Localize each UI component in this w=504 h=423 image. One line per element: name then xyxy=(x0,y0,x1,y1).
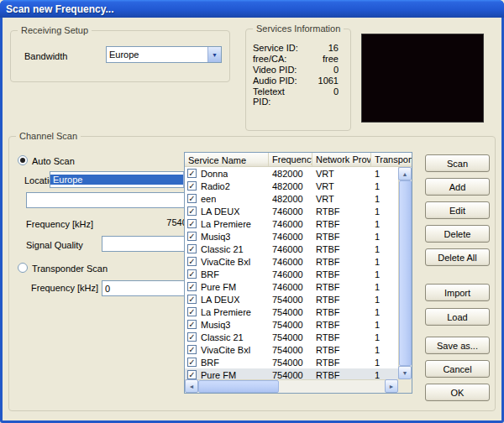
service-checkbox[interactable]: ✓ xyxy=(187,345,197,354)
service-checkbox[interactable]: ✓ xyxy=(187,194,197,203)
scan-button[interactable]: Scan xyxy=(425,154,490,172)
add-button[interactable]: Add xyxy=(425,178,490,196)
save-as-button[interactable]: Save as... xyxy=(425,337,490,354)
service-table: Service Name Frequency Network Provider … xyxy=(184,152,412,394)
service-checkbox[interactable]: ✓ xyxy=(187,181,197,191)
bandwidth-dropdown[interactable]: Europe ▼ xyxy=(106,46,222,63)
location-input[interactable] xyxy=(26,192,197,208)
auto-scan-label: Auto Scan xyxy=(32,156,75,166)
cell-frequency: 746000 xyxy=(269,269,312,279)
table-row[interactable]: ✓Classic 21746000RTBF1 xyxy=(185,243,398,255)
cell-network-provider: RTBF xyxy=(312,332,371,342)
table-row[interactable]: ✓LA DEUX746000RTBF1 xyxy=(185,205,398,217)
import-button[interactable]: Import xyxy=(425,284,490,301)
cell-service-name: ✓een xyxy=(185,194,269,204)
table-row[interactable]: ✓Pure FM746000RTBF1 xyxy=(185,280,398,293)
cell-service-name: ✓VivaCite Bxl xyxy=(185,257,269,267)
transponder-frequency-input[interactable] xyxy=(102,280,197,296)
cell-network-provider: RTBF xyxy=(312,244,371,254)
table-row[interactable]: ✓Donna482000VRT1 xyxy=(185,167,398,180)
horizontal-scroll-thumb[interactable] xyxy=(198,380,279,393)
service-checkbox[interactable]: ✓ xyxy=(187,320,197,329)
service-checkbox[interactable]: ✓ xyxy=(187,370,197,379)
cell-frequency: 754000 xyxy=(269,295,312,305)
cell-frequency: 482000 xyxy=(269,181,312,191)
cell-transponder: 1 xyxy=(371,206,398,217)
cell-transponder: 1 xyxy=(371,332,398,342)
service-checkbox[interactable]: ✓ xyxy=(187,232,197,241)
table-row[interactable]: ✓Musiq3754000RTBF1 xyxy=(185,318,398,331)
scroll-right-icon[interactable]: ► xyxy=(385,379,398,393)
delete-button[interactable]: Delete xyxy=(425,225,490,243)
transponder-scan-radio[interactable] xyxy=(18,263,28,273)
chevron-down-icon[interactable]: ▼ xyxy=(207,47,221,62)
vertical-scrollbar[interactable]: ▲ ▼ xyxy=(398,167,412,379)
cell-frequency: 746000 xyxy=(269,244,312,254)
col-service-name[interactable]: Service Name xyxy=(185,153,269,166)
table-row[interactable]: ✓LA DEUX754000RTBF1 xyxy=(185,293,398,306)
cell-network-provider: RTBF xyxy=(312,232,371,242)
service-checkbox[interactable]: ✓ xyxy=(187,295,197,304)
transponder-frequency-label: Frequency [kHz] xyxy=(31,283,98,293)
table-row[interactable]: ✓VivaCite Bxl746000RTBF1 xyxy=(185,255,398,268)
table-row[interactable]: ✓Classic 21754000RTBF1 xyxy=(185,331,398,343)
free-ca-row: free/CA: free xyxy=(253,54,342,65)
table-row[interactable]: ✓VivaCite Bxl754000RTBF1 xyxy=(185,343,398,356)
delete-all-button[interactable]: Delete All xyxy=(425,248,490,266)
service-checkbox[interactable]: ✓ xyxy=(187,332,197,342)
cell-transponder: 1 xyxy=(371,244,398,254)
cell-transponder: 1 xyxy=(371,232,398,242)
scroll-down-icon[interactable]: ▼ xyxy=(398,366,412,379)
table-row[interactable]: ✓BRF746000RTBF1 xyxy=(185,268,398,280)
table-row[interactable]: ✓Pure FM754000RTBF1 xyxy=(185,368,398,379)
table-row[interactable]: ✓Musiq3746000RTBF1 xyxy=(185,230,398,243)
cell-frequency: 746000 xyxy=(269,257,312,267)
auto-scan-radio[interactable] xyxy=(18,155,28,165)
service-checkbox[interactable]: ✓ xyxy=(187,269,197,279)
horizontal-scrollbar[interactable]: ◄ ► xyxy=(185,379,398,393)
cell-frequency: 482000 xyxy=(269,194,312,204)
cell-network-provider: VRT xyxy=(312,169,371,179)
scroll-up-icon[interactable]: ▲ xyxy=(398,167,412,180)
service-checkbox[interactable]: ✓ xyxy=(187,257,197,266)
service-checkbox[interactable]: ✓ xyxy=(187,169,197,178)
cell-service-name: ✓Classic 21 xyxy=(185,244,269,254)
cell-frequency: 754000 xyxy=(269,370,312,380)
cell-transponder: 1 xyxy=(371,345,398,355)
service-checkbox[interactable]: ✓ xyxy=(187,282,197,291)
signal-quality-input[interactable] xyxy=(102,236,197,252)
service-checkbox[interactable]: ✓ xyxy=(187,244,197,253)
audio-pid-row: Audio PID: 1061 xyxy=(253,76,342,86)
free-ca-value: free xyxy=(305,54,342,65)
col-transponder[interactable]: Transponder xyxy=(371,153,412,166)
service-checkbox[interactable]: ✓ xyxy=(187,219,197,228)
table-row[interactable]: ✓Radio2482000VRT1 xyxy=(185,180,398,192)
cell-frequency: 754000 xyxy=(269,358,312,368)
service-id-label: Service ID: xyxy=(253,43,305,54)
edit-button[interactable]: Edit xyxy=(425,201,490,219)
cancel-button[interactable]: Cancel xyxy=(425,360,490,378)
col-network-provider[interactable]: Network Provider xyxy=(312,153,371,166)
table-row[interactable]: ✓een482000VRT1 xyxy=(185,192,398,205)
audio-pid-label: Audio PID: xyxy=(253,76,305,86)
frequency-label: Frequency [kHz] xyxy=(26,219,93,229)
table-row[interactable]: ✓BRF754000RTBF1 xyxy=(185,356,398,368)
cell-transponder: 1 xyxy=(371,295,398,305)
location-dropdown[interactable]: Europe ▼ xyxy=(50,171,197,188)
service-checkbox[interactable]: ✓ xyxy=(187,206,197,216)
cell-transponder: 1 xyxy=(371,194,398,204)
service-checkbox[interactable]: ✓ xyxy=(187,358,197,367)
cell-transponder: 1 xyxy=(371,181,398,191)
cell-frequency: 746000 xyxy=(269,219,312,229)
service-checkbox[interactable]: ✓ xyxy=(187,307,197,316)
ok-button[interactable]: OK xyxy=(425,384,490,401)
cell-service-name: ✓LA DEUX xyxy=(185,295,269,305)
vertical-scroll-thumb[interactable] xyxy=(399,180,412,366)
scroll-left-icon[interactable]: ◄ xyxy=(185,379,198,393)
titlebar[interactable]: Scan new Frequency... xyxy=(0,0,504,18)
cell-transponder: 1 xyxy=(371,282,398,292)
table-row[interactable]: ✓La Premiere754000RTBF1 xyxy=(185,306,398,318)
load-button[interactable]: Load xyxy=(425,308,490,326)
col-frequency[interactable]: Frequency xyxy=(269,153,312,166)
table-row[interactable]: ✓La Premiere746000RTBF1 xyxy=(185,217,398,230)
